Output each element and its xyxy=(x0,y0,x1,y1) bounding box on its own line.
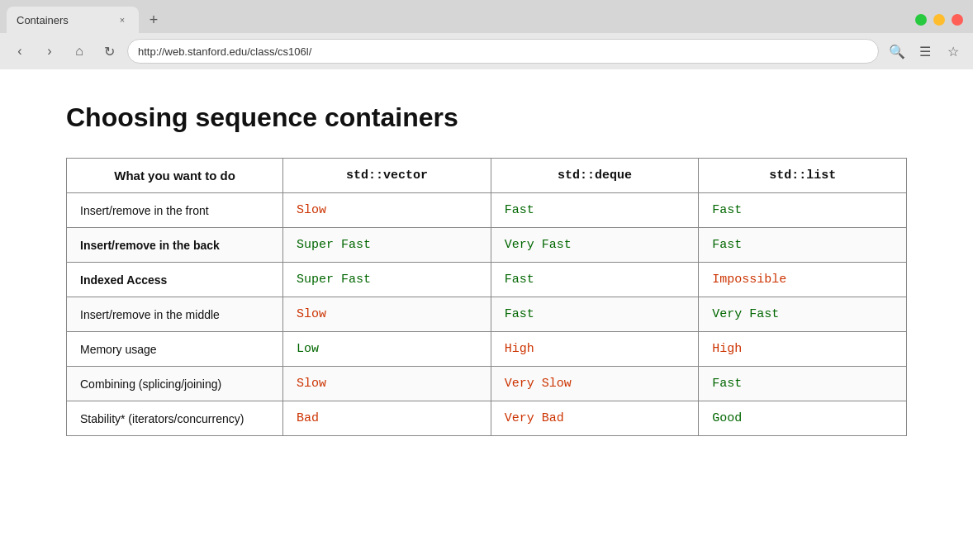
bookmark-icon[interactable]: ☆ xyxy=(942,40,965,63)
comparison-table: What you want to do std::vector std::deq… xyxy=(66,158,907,436)
tab-close-button[interactable]: × xyxy=(116,13,129,26)
deque-cell: High xyxy=(491,332,699,367)
col-header-operation: What you want to do xyxy=(67,159,283,193)
vector-cell: Super Fast xyxy=(283,263,491,297)
browser-tab[interactable]: Containers × xyxy=(7,7,139,33)
col-header-vector: std::vector xyxy=(283,159,491,193)
operation-cell: Combining (splicing/joining) xyxy=(67,367,283,401)
deque-cell: Fast xyxy=(491,297,699,332)
new-tab-button[interactable]: + xyxy=(142,8,165,31)
list-cell: Fast xyxy=(699,367,907,401)
deque-cell: Fast xyxy=(491,193,699,228)
col-header-deque: std::deque xyxy=(491,159,699,193)
window-controls xyxy=(915,14,963,26)
tab-title: Containers xyxy=(17,14,109,26)
list-cell: High xyxy=(699,332,907,367)
operation-cell: Insert/remove in the front xyxy=(67,193,283,228)
operation-cell: Memory usage xyxy=(67,332,283,367)
vector-cell: Low xyxy=(283,332,491,367)
table-header-row: What you want to do std::vector std::deq… xyxy=(67,159,907,193)
table-row: Indexed AccessSuper FastFastImpossible xyxy=(67,263,907,297)
close-window-button[interactable] xyxy=(952,14,963,26)
list-cell: Good xyxy=(699,401,907,436)
table-row: Insert/remove in the frontSlowFastFast xyxy=(67,193,907,228)
menu-icon[interactable]: ☰ xyxy=(914,40,937,63)
toolbar-actions: 🔍 ☰ ☆ xyxy=(885,40,965,63)
operation-cell: Stability* (iterators/concurrency) xyxy=(67,401,283,436)
deque-cell: Very Bad xyxy=(491,401,699,436)
table-row: Memory usageLowHighHigh xyxy=(67,332,907,367)
url-input[interactable] xyxy=(138,45,868,58)
vector-cell: Slow xyxy=(283,193,491,228)
back-button[interactable]: ‹ xyxy=(8,40,31,63)
search-icon[interactable]: 🔍 xyxy=(885,40,909,63)
vector-cell: Super Fast xyxy=(283,228,491,263)
vector-cell: Slow xyxy=(283,297,491,332)
vector-cell: Slow xyxy=(283,367,491,401)
list-cell: Fast xyxy=(699,193,907,228)
table-row: Stability* (iterators/concurrency)BadVer… xyxy=(67,401,907,436)
col-header-list-label: std::list xyxy=(769,168,836,183)
reload-button[interactable]: ↻ xyxy=(97,40,121,63)
col-header-vector-label: std::vector xyxy=(346,168,428,183)
deque-cell: Very Fast xyxy=(491,228,699,263)
col-header-deque-label: std::deque xyxy=(558,168,632,183)
home-button[interactable]: ⌂ xyxy=(68,40,91,63)
forward-button[interactable]: › xyxy=(38,40,61,63)
vector-cell: Bad xyxy=(283,401,491,436)
deque-cell: Very Slow xyxy=(491,367,699,401)
table-row: Insert/remove in the middleSlowFastVery … xyxy=(67,297,907,332)
operation-cell: Indexed Access xyxy=(67,263,283,297)
maximize-button[interactable] xyxy=(915,14,927,26)
table-row: Insert/remove in the backSuper FastVery … xyxy=(67,228,907,263)
list-cell: Impossible xyxy=(699,263,907,297)
minimize-button[interactable] xyxy=(933,14,945,26)
browser-toolbar: ‹ › ⌂ ↻ 🔍 ☰ ☆ xyxy=(0,33,973,69)
list-cell: Fast xyxy=(699,228,907,263)
list-cell: Very Fast xyxy=(699,297,907,332)
deque-cell: Fast xyxy=(491,263,699,297)
operation-cell: Insert/remove in the back xyxy=(67,228,283,263)
address-bar[interactable] xyxy=(127,39,879,64)
operation-cell: Insert/remove in the middle xyxy=(67,297,283,332)
page-title: Choosing sequence containers xyxy=(66,102,907,133)
col-header-list: std::list xyxy=(699,159,907,193)
page-content: Choosing sequence containers What you wa… xyxy=(0,69,973,560)
table-row: Combining (splicing/joining)SlowVery Slo… xyxy=(67,367,907,401)
